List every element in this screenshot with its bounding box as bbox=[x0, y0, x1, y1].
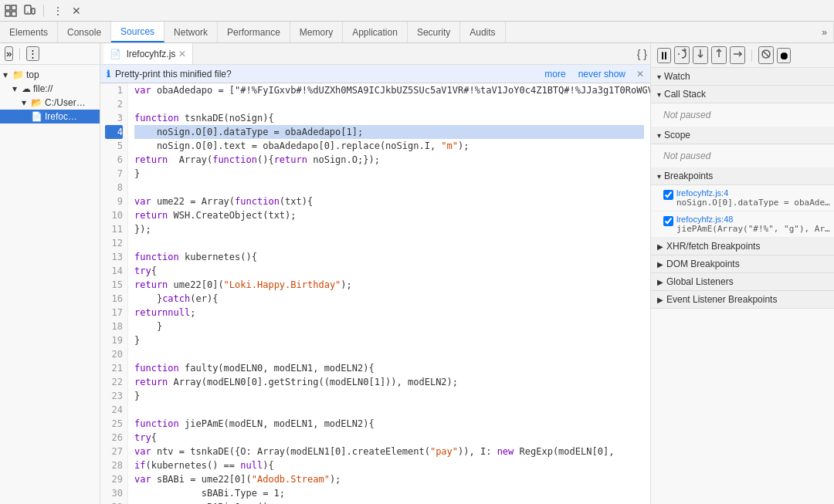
tree-item-file[interactable]: ▾ ☁ file:// bbox=[0, 82, 100, 96]
code-line-13: function kubernetes(){ bbox=[134, 250, 644, 264]
code-line-31: sBABi.Open(); bbox=[134, 500, 644, 504]
pretty-print-never-link[interactable]: never show bbox=[578, 69, 626, 79]
line-number-9[interactable]: 9 bbox=[105, 194, 123, 208]
line-number-1[interactable]: 1 bbox=[105, 83, 123, 97]
line-number-14[interactable]: 14 bbox=[105, 264, 123, 278]
line-number-28[interactable]: 28 bbox=[105, 458, 123, 472]
line-number-18[interactable]: 18 bbox=[105, 320, 123, 333]
breakpoints-header[interactable]: ▾ Breakpoints bbox=[651, 167, 834, 185]
line-number-4[interactable]: 4 bbox=[105, 125, 123, 139]
line-number-23[interactable]: 23 bbox=[105, 389, 123, 403]
breakpoint-file-1[interactable]: lrefocyhfz.js:4 bbox=[676, 188, 831, 198]
format-icon[interactable]: { } bbox=[637, 48, 647, 60]
line-number-12[interactable]: 12 bbox=[105, 236, 123, 250]
event-listeners-header[interactable]: ▶ Event Listener Breakpoints bbox=[651, 291, 834, 309]
code-line-23: } bbox=[134, 389, 644, 403]
pause-icon[interactable]: ⏸ bbox=[657, 48, 671, 63]
line-number-19[interactable]: 19 bbox=[105, 333, 123, 347]
code-line-1: var obaAdedapo = ["#!%FyIGxvb#!%dUZXh0MS… bbox=[134, 83, 644, 97]
step-over-icon[interactable] bbox=[674, 46, 690, 64]
line-number-13[interactable]: 13 bbox=[105, 250, 123, 264]
line-number-29[interactable]: 29 bbox=[105, 472, 123, 486]
breakpoint-checkbox-2[interactable] bbox=[663, 216, 673, 226]
code-line-14: try{ bbox=[134, 264, 644, 278]
line-number-5[interactable]: 5 bbox=[105, 139, 123, 153]
line-number-27[interactable]: 27 bbox=[105, 445, 123, 458]
svg-point-6 bbox=[27, 12, 29, 13]
line-number-10[interactable]: 10 bbox=[105, 208, 123, 222]
line-number-24[interactable]: 24 bbox=[105, 403, 123, 417]
tab-elements[interactable]: Elements bbox=[0, 22, 58, 42]
tab-audits[interactable]: Audits bbox=[460, 22, 505, 42]
line-number-15[interactable]: 15 bbox=[105, 278, 123, 292]
code-tab-file[interactable]: 📄 lrefocyhfz.js ✕ bbox=[103, 43, 193, 64]
right-panel: ⏸ ⏺ ▾ Watch bbox=[650, 43, 834, 504]
tab-application[interactable]: Application bbox=[343, 22, 408, 42]
line-number-7[interactable]: 7 bbox=[105, 167, 123, 181]
line-number-26[interactable]: 26 bbox=[105, 431, 123, 445]
code-body[interactable]: var obaAdedapo = ["#!%FyIGxvb#!%dUZXh0MS… bbox=[128, 83, 650, 504]
tree-item-cuser[interactable]: ▾ 📂 C:/User… bbox=[0, 96, 100, 110]
info-bar-close-button[interactable]: ✕ bbox=[636, 69, 644, 79]
inspect-icon[interactable] bbox=[3, 3, 19, 19]
sidebar-sep bbox=[19, 48, 20, 60]
tab-sources[interactable]: Sources bbox=[111, 22, 164, 42]
tree-item-top[interactable]: ▾ 📁 top bbox=[0, 68, 100, 82]
tab-performance[interactable]: Performance bbox=[218, 22, 290, 42]
step-into-icon[interactable] bbox=[693, 46, 708, 64]
dom-header[interactable]: ▶ DOM Breakpoints bbox=[651, 255, 834, 273]
sidebar-more-icon[interactable]: ⋮ bbox=[26, 46, 39, 61]
more-options-icon[interactable]: ⋮ bbox=[50, 3, 66, 19]
dont-pause-icon[interactable]: ⏺ bbox=[777, 48, 791, 63]
code-line-29: var sBABi = ume22[0]("Adodb.Stream"); bbox=[134, 472, 644, 486]
line-number-22[interactable]: 22 bbox=[105, 375, 123, 389]
toolbar-separator bbox=[43, 5, 44, 17]
code-line-24 bbox=[134, 403, 644, 417]
pretty-print-more-link[interactable]: more bbox=[544, 69, 565, 79]
device-toolbar-icon[interactable] bbox=[22, 3, 37, 19]
watch-section-header[interactable]: ▾ Watch bbox=[651, 68, 834, 86]
line-number-31[interactable]: 31 bbox=[105, 500, 123, 504]
breakpoint-file-2[interactable]: lrefocyhfz.js:48 bbox=[676, 215, 831, 224]
breakpoint-checkbox-1[interactable] bbox=[663, 190, 673, 200]
call-stack-arrow: ▾ bbox=[657, 90, 661, 99]
line-number-3[interactable]: 3 bbox=[105, 111, 123, 125]
step-icon[interactable] bbox=[730, 46, 745, 64]
step-out-icon[interactable] bbox=[711, 46, 727, 64]
global-listeners-header[interactable]: ▶ Global Listeners bbox=[651, 273, 834, 291]
code-line-11: }); bbox=[134, 222, 644, 236]
scope-header[interactable]: ▾ Scope bbox=[651, 127, 834, 144]
tab-memory[interactable]: Memory bbox=[290, 22, 343, 42]
dom-arrow: ▶ bbox=[657, 260, 663, 269]
svg-rect-5 bbox=[32, 8, 35, 14]
line-number-6[interactable]: 6 bbox=[105, 153, 123, 167]
scope-arrow: ▾ bbox=[657, 131, 661, 140]
close-devtools-icon[interactable]: ✕ bbox=[69, 3, 84, 19]
deactivate-breakpoints-icon[interactable] bbox=[758, 46, 774, 64]
line-number-21[interactable]: 21 bbox=[105, 361, 123, 375]
line-number-25[interactable]: 25 bbox=[105, 417, 123, 431]
line-number-2[interactable]: 2 bbox=[105, 97, 123, 111]
expand-sidebar-icon[interactable]: » bbox=[5, 46, 13, 61]
line-number-16[interactable]: 16 bbox=[105, 292, 123, 306]
code-content[interactable]: 1234567891011121314151617181920212223242… bbox=[100, 83, 650, 504]
line-number-8[interactable]: 8 bbox=[105, 181, 123, 194]
pretty-print-bar: ℹ Pretty-print this minified file? more … bbox=[100, 65, 650, 83]
file-tree: ▾ 📁 top ▾ ☁ file:// ▾ 📂 C:/User… 📄 Irefo… bbox=[0, 65, 100, 127]
xhr-header[interactable]: ▶ XHR/fetch Breakpoints bbox=[651, 238, 834, 255]
line-number-17[interactable]: 17 bbox=[105, 306, 123, 320]
breakpoint-item-1[interactable]: lrefocyhfz.js:4 noSign.O[0].dataType = o… bbox=[651, 185, 834, 211]
tree-item-irefoc[interactable]: 📄 Irefoc… bbox=[0, 110, 100, 123]
line-number-20[interactable]: 20 bbox=[105, 347, 123, 361]
code-line-3: function tsnkaDE(noSign){ bbox=[134, 111, 644, 125]
tab-more[interactable]: » bbox=[815, 22, 834, 42]
tab-network[interactable]: Network bbox=[164, 22, 218, 42]
breakpoint-item-2[interactable]: lrefocyhfz.js:48 jiePAmE(Array("#!%", "g… bbox=[651, 211, 834, 238]
tab-security[interactable]: Security bbox=[408, 22, 460, 42]
info-icon: ℹ bbox=[107, 69, 110, 79]
line-number-30[interactable]: 30 bbox=[105, 486, 123, 500]
call-stack-header[interactable]: ▾ Call Stack bbox=[651, 86, 834, 103]
line-number-11[interactable]: 11 bbox=[105, 222, 123, 236]
close-tab-button[interactable]: ✕ bbox=[178, 49, 186, 59]
tab-console[interactable]: Console bbox=[58, 22, 111, 42]
